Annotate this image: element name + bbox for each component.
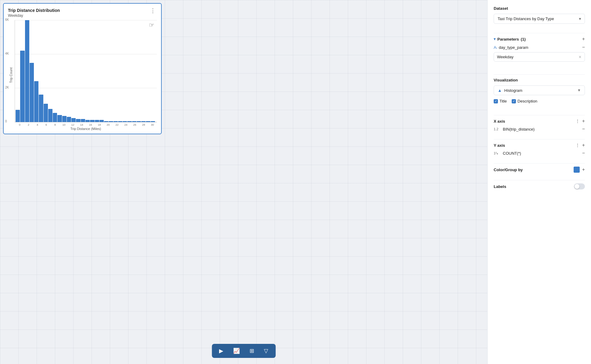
- title-checkbox[interactable]: ✓: [494, 99, 498, 103]
- x-axis-actions: ⋮ +: [575, 118, 585, 124]
- colorgroup-add-button[interactable]: +: [582, 167, 585, 172]
- table-tool-button[interactable]: ⊞: [247, 346, 257, 355]
- x-axis-label: Trip Distance (Miles): [15, 127, 157, 131]
- param-remove-button[interactable]: −: [582, 45, 585, 50]
- y-tick-0: 0: [5, 120, 7, 123]
- x-tick-10: 20: [104, 123, 113, 126]
- params-chevron-icon[interactable]: ▾: [494, 37, 496, 41]
- bottom-toolbar: ▶ 📈 ⊞ ▽: [212, 344, 276, 358]
- bar-7: [48, 109, 52, 122]
- colorgroup-section: Color/Group by +: [494, 167, 585, 173]
- params-count: (1): [521, 37, 526, 41]
- x-tick-3: 6: [42, 123, 51, 126]
- bar-0: [16, 110, 20, 122]
- x-axis-header: X axis ⋮ +: [494, 118, 585, 124]
- bar-16: [90, 120, 94, 122]
- x-axis-field-type: 1.2: [494, 127, 501, 131]
- bar-3: [30, 63, 34, 122]
- divider-6: [494, 180, 585, 180]
- visualization-dropdown-arrow: ▼: [577, 88, 581, 92]
- labels-toggle-knob: [575, 184, 579, 189]
- description-checkbox[interactable]: ✓: [512, 99, 516, 103]
- y-axis-label: Trip Count: [8, 20, 14, 131]
- description-checkbox-check: ✓: [513, 99, 515, 103]
- bar-5: [39, 95, 43, 122]
- colorgroup-right: +: [574, 167, 585, 173]
- visualization-section: Visualization ▲ Histogram ▼ ✓ Title ✓ De…: [494, 78, 585, 106]
- chart-tool-button[interactable]: 📈: [231, 346, 242, 355]
- checkboxes-row: ✓ Title ✓ Description: [494, 99, 585, 103]
- right-panel: Dataset Taxi Trip Distances by Day Type …: [487, 0, 591, 364]
- filter-tool-icon: ▽: [264, 348, 268, 354]
- dataset-section: Dataset Taxi Trip Distances by Day Type …: [494, 6, 585, 24]
- chart-menu-button[interactable]: ⋮: [149, 8, 157, 13]
- x-axis-field-remove[interactable]: −: [582, 126, 585, 132]
- labels-title: Labels: [494, 184, 506, 189]
- dataset-dropdown-wrapper[interactable]: Taxi Trip Distances by Day Type ▼: [494, 14, 585, 24]
- bar-10: [62, 116, 67, 122]
- dataset-dropdown[interactable]: Taxi Trip Distances by Day Type: [494, 14, 585, 24]
- x-tick-7: 14: [77, 123, 86, 126]
- x-tick-11: 22: [113, 123, 121, 126]
- param-type-icon: Aᵢ: [494, 45, 497, 50]
- labels-toggle[interactable]: [574, 183, 585, 189]
- param-value-input[interactable]: Weekday ✕: [494, 52, 585, 62]
- y-axis-field-remove[interactable]: −: [582, 150, 585, 156]
- bar-14: [81, 119, 85, 122]
- bar-26: [137, 121, 141, 122]
- description-checkbox-item[interactable]: ✓ Description: [512, 99, 537, 103]
- chart-subtitle: Weekday: [8, 13, 60, 18]
- y-axis-add-button[interactable]: +: [582, 142, 585, 148]
- bar-27: [141, 121, 146, 122]
- params-add-button[interactable]: +: [582, 36, 585, 42]
- bar-9: [57, 115, 62, 122]
- bar-20: [109, 121, 113, 122]
- bar-19: [104, 121, 108, 122]
- bar-1: [20, 51, 24, 122]
- dataset-section-title: Dataset: [494, 6, 585, 11]
- color-swatch[interactable]: [574, 167, 580, 173]
- bar-17: [95, 120, 99, 122]
- cursor-tool-button[interactable]: ▶: [217, 346, 226, 355]
- x-tick-12: 24: [121, 123, 130, 126]
- x-axis-labels: 024681012141618202224262830: [15, 122, 157, 126]
- x-axis-title: X axis: [494, 119, 505, 124]
- x-axis-field-row: 1.2 BIN(trip_distance) −: [494, 126, 585, 132]
- x-tick-13: 26: [130, 123, 139, 126]
- bar-21: [114, 121, 118, 122]
- description-checkbox-label: Description: [517, 99, 537, 103]
- x-tick-0: 0: [15, 123, 24, 126]
- x-tick-6: 12: [68, 123, 77, 126]
- x-tick-2: 4: [33, 123, 42, 126]
- x-tick-8: 16: [86, 123, 95, 126]
- param-value-clear-icon[interactable]: ✕: [578, 55, 582, 59]
- y-axis-field-type: 1²₃: [494, 151, 501, 155]
- chart-title: Trip Distance Distribution: [8, 8, 60, 13]
- param-row: Aᵢ day_type_param −: [494, 45, 585, 50]
- chart-card: Trip Distance Distribution Weekday ⋮ ☞ T…: [3, 3, 162, 134]
- bar-4: [34, 81, 38, 122]
- filter-tool-button[interactable]: ▽: [261, 346, 271, 355]
- bar-6: [44, 104, 48, 122]
- divider-4: [494, 139, 585, 139]
- x-axis-field-name: BIN(trip_distance): [503, 127, 582, 132]
- title-checkbox-item[interactable]: ✓ Title: [494, 99, 507, 103]
- x-tick-5: 10: [59, 123, 68, 126]
- y-axis-kebab-button[interactable]: ⋮: [575, 143, 580, 148]
- param-value-text: Weekday: [497, 55, 514, 59]
- bar-18: [99, 120, 104, 122]
- main-canvas: Trip Distance Distribution Weekday ⋮ ☞ T…: [0, 0, 487, 364]
- x-axis-add-button[interactable]: +: [582, 118, 585, 124]
- title-checkbox-check: ✓: [495, 99, 497, 103]
- params-header-left: ▾ Parameters (1): [494, 37, 526, 41]
- colorgroup-title: Color/Group by: [494, 168, 523, 172]
- y-axis-section: Y axis ⋮ + 1²₃ COUNT(*) −: [494, 142, 585, 156]
- bar-22: [118, 121, 122, 122]
- x-axis-kebab-button[interactable]: ⋮: [575, 119, 580, 124]
- chart-plot: 6K 4K 2K 0: [15, 20, 157, 122]
- bar-29: [151, 121, 155, 122]
- chart-area: Trip Count 6K 4K 2K: [8, 20, 157, 131]
- visualization-dropdown[interactable]: ▲ Histogram ▼: [494, 85, 585, 95]
- divider-1: [494, 33, 585, 33]
- x-axis-section: X axis ⋮ + 1.2 BIN(trip_distance) −: [494, 118, 585, 132]
